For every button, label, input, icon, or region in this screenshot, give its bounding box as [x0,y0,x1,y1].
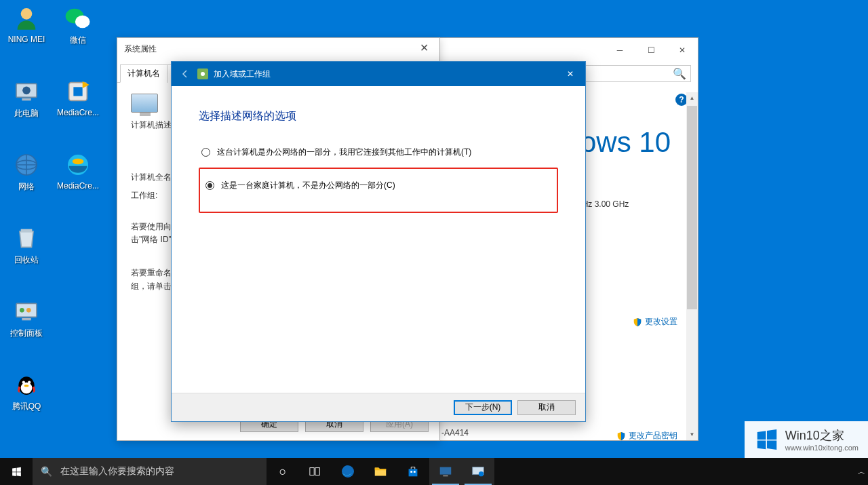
desktop-icon-thispc[interactable]: 此电脑 [1,77,52,119]
shield-icon [616,431,626,441]
taskbar-edge[interactable] [332,458,364,485]
shield-icon [633,317,642,327]
svg-rect-11 [21,229,33,233]
svg-point-18 [22,381,25,384]
change-settings-link[interactable]: 更改设置 [633,316,677,328]
svg-point-25 [342,465,354,478]
radio-icon [201,148,210,157]
radio-icon [205,181,214,190]
wizard-icon [197,69,208,79]
svg-point-14 [26,308,31,313]
option-office-network[interactable]: 这台计算机是办公网络的一部分，我用它连接到其他工作中的计算机(T) [199,142,558,162]
desktop-icon-user[interactable]: NING MEI [1,4,52,44]
cortana-button[interactable]: ○ [267,458,299,485]
close-button[interactable]: ✕ [409,38,439,57]
taskbar-explorer[interactable] [364,458,397,485]
control-panel-icon [12,297,41,326]
person-icon [12,4,41,33]
option-home-computer[interactable]: 这是一台家庭计算机，不是办公网络的一部分(C) [203,176,554,195]
svg-point-2 [75,16,90,28]
desktop-icon-wechat[interactable]: 微信 [53,4,103,46]
network-icon [12,151,41,179]
desktop-icon-qq[interactable]: 腾讯QQ [1,370,52,412]
svg-rect-26 [410,471,412,473]
media-tool-icon [64,77,92,106]
change-product-key-link[interactable]: 更改产品密钥 [616,430,677,442]
computer-icon [12,77,41,106]
desktop-icon-controlpanel[interactable]: 控制面板 [1,297,52,339]
system-tray[interactable]: ︿ [855,458,868,485]
qq-icon [12,370,41,399]
task-view-button[interactable] [299,458,332,485]
svg-point-13 [20,308,24,313]
svg-point-4 [22,87,31,95]
maximize-button[interactable]: ☐ [635,40,667,60]
search-placeholder: 在这里输入你要搜索的内容 [60,465,174,478]
join-domain-wizard: 加入域或工作组 ✕ 选择描述网络的选项 这台计算机是办公网络的一部分，我用它连接… [171,61,586,422]
wizard-titlebar[interactable]: 加入域或工作组 ✕ [172,62,585,86]
scroll-up-icon[interactable]: ▲ [686,92,698,104]
recycle-bin-icon [12,224,41,252]
back-icon[interactable] [177,66,193,82]
dialog-title[interactable]: 系统属性 [117,38,439,60]
cancel-button[interactable]: 取消 [517,400,576,415]
windows-icon [754,427,780,452]
scrollbar-thumb[interactable] [687,106,697,309]
svg-point-17 [21,383,33,394]
watermark: Win10之家 www.win10xitong.com [745,421,868,458]
next-button[interactable]: 下一步(N) [454,400,512,415]
start-button[interactable] [0,458,33,485]
svg-rect-24 [315,468,319,476]
taskbar: 🔍 在这里输入你要搜索的内容 ○ ︿ [0,458,868,485]
svg-rect-15 [22,318,31,320]
ie-icon [64,151,92,179]
svg-point-10 [73,159,84,164]
taskbar-store[interactable] [397,458,429,485]
desktop-icon-mediacre2[interactable]: MediaCre... [53,151,103,191]
svg-rect-28 [440,467,452,475]
svg-point-19 [28,381,31,384]
svg-point-22 [201,72,205,76]
tray-chevron-up-icon[interactable]: ︿ [858,467,865,477]
svg-rect-23 [310,468,314,476]
highlight-annotation: 这是一台家庭计算机，不是办公网络的一部分(C) [199,168,558,213]
watermark-title: Win10之家 [785,427,859,444]
wizard-heading: 选择描述网络的选项 [199,109,558,123]
taskbar-search[interactable]: 🔍 在这里输入你要搜索的内容 [33,458,267,485]
search-icon: 🔍 [41,466,52,477]
wizard-footer: 下一步(N) 取消 [172,393,585,421]
close-button[interactable]: ✕ [667,40,698,60]
svg-point-0 [21,8,33,20]
wizard-title: 加入域或工作组 [214,69,271,80]
desktop-icon-network[interactable]: 网络 [1,151,52,193]
scroll-down-icon[interactable]: ▼ [686,429,698,440]
product-id-tail: -AA414 [441,428,469,438]
svg-point-20 [24,385,29,387]
computer-icon [131,94,158,113]
windows-icon [11,466,22,478]
svg-rect-27 [414,471,416,473]
vertical-scrollbar[interactable]: ▲ ▼ [686,92,698,440]
svg-rect-29 [443,476,448,477]
taskbar-control-panel[interactable] [429,458,462,485]
system-info-titlebar[interactable]: ─ ☐ ✕ [438,38,698,62]
desktop-icon-mediacre1[interactable]: MediaCre... [53,77,103,117]
minimize-button[interactable]: ─ [604,40,635,60]
svg-point-31 [479,471,484,476]
tab-computer-name[interactable]: 计算机名 [120,64,167,83]
desktop-icon-recycle[interactable]: 回收站 [1,224,52,266]
svg-rect-5 [22,98,31,100]
watermark-url: www.win10xitong.com [785,444,859,452]
windows-10-logo-text: ows 10 [580,126,684,159]
close-button[interactable]: ✕ [555,62,585,86]
search-icon: 🔍 [673,67,686,80]
taskbar-system-properties[interactable] [462,458,494,485]
cpu-info: iHz 3.00 GHz [580,199,684,209]
wechat-icon [64,4,92,33]
